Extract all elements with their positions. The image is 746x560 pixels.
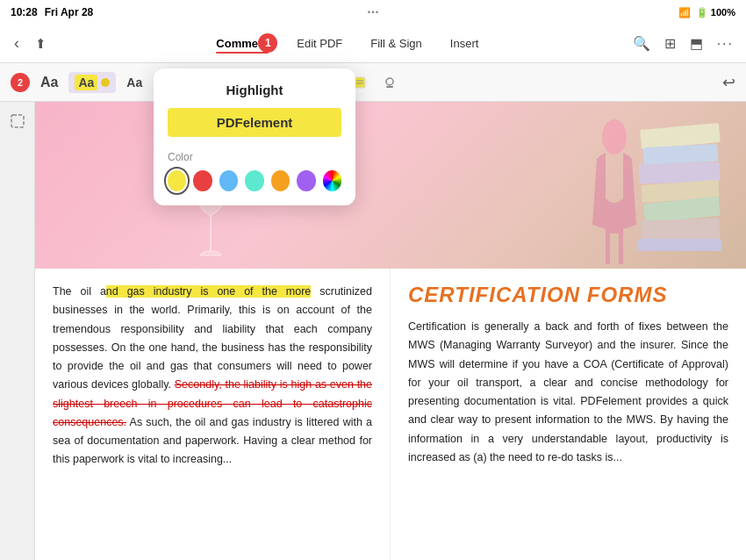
color-swatches bbox=[168, 170, 341, 191]
highlighted-text-1: nd gas industry is one of the more bbox=[106, 285, 311, 298]
person-silhouette bbox=[588, 119, 641, 269]
text-tool-1[interactable]: Aa bbox=[35, 71, 63, 94]
svg-rect-5 bbox=[355, 77, 365, 88]
swatch-purple[interactable] bbox=[297, 170, 315, 191]
content-left: The oil and gas industry is one of the m… bbox=[35, 269, 391, 560]
popup-preview-text: PDFelement bbox=[168, 108, 341, 137]
popup-title: Highlight bbox=[168, 83, 341, 97]
tab-insert-label: Insert bbox=[450, 37, 479, 50]
swatch-blue[interactable] bbox=[219, 170, 238, 191]
highlight-color-dot bbox=[101, 78, 110, 87]
status-day: Fri Apr 28 bbox=[45, 6, 94, 18]
tab-fill-sign-label: Fill & Sign bbox=[370, 37, 422, 50]
main-toolbar: ‹ ⬆ Comment 1 Edit PDF Fill & Sign Inser… bbox=[0, 25, 746, 63]
svg-rect-10 bbox=[11, 115, 24, 127]
status-time: 10:28 bbox=[11, 6, 38, 18]
tab-comment[interactable]: Comment 1 bbox=[202, 32, 283, 55]
page-tools bbox=[0, 102, 35, 560]
body-text-left: The oil and gas industry is one of the m… bbox=[53, 283, 372, 470]
content-area: The oil and gas industry is one of the m… bbox=[35, 269, 746, 560]
battery-icon: 🔋 100% bbox=[696, 7, 735, 18]
hero-image bbox=[35, 102, 746, 269]
wifi-icon: 📶 bbox=[678, 7, 691, 18]
comment-toolbar: 2 Aa Aa Aa Aa Aa bbox=[0, 63, 746, 102]
comment-badge: 1 bbox=[258, 33, 277, 53]
selection-tool[interactable] bbox=[5, 109, 30, 133]
text-tool-2[interactable]: Aa bbox=[121, 72, 147, 93]
certification-forms-title: CERTIFICATION FORMS bbox=[408, 283, 728, 307]
swatch-rainbow[interactable] bbox=[323, 170, 341, 191]
tab-insert[interactable]: Insert bbox=[436, 32, 493, 55]
stamp-tool[interactable] bbox=[377, 70, 402, 95]
step-2-badge: 2 bbox=[11, 73, 30, 92]
swatch-red[interactable] bbox=[193, 170, 212, 191]
tab-edit-pdf-label: Edit PDF bbox=[297, 37, 342, 50]
back-button[interactable]: ‹ bbox=[9, 31, 25, 56]
share-button[interactable]: ⬆ bbox=[30, 32, 52, 55]
more-options-button[interactable]: ··· bbox=[714, 32, 737, 55]
content-right: CERTIFICATION FORMS Certification is gen… bbox=[391, 269, 746, 560]
tab-fill-sign[interactable]: Fill & Sign bbox=[356, 32, 436, 55]
highlight-tool-button[interactable]: Aa bbox=[68, 72, 116, 93]
tab-edit-pdf[interactable]: Edit PDF bbox=[283, 32, 356, 55]
svg-rect-9 bbox=[386, 86, 393, 88]
pdf-page: The oil and gas industry is one of the m… bbox=[35, 102, 746, 560]
status-bar: 10:28 Fri Apr 28 ··· 📶 🔋 100% bbox=[0, 0, 746, 25]
undo-button[interactable]: ↩ bbox=[722, 73, 735, 92]
search-button[interactable]: 🔍 bbox=[629, 32, 654, 55]
svg-point-8 bbox=[386, 78, 393, 85]
svg-point-11 bbox=[602, 119, 627, 154]
top-dots: ··· bbox=[367, 4, 378, 20]
color-label: Color bbox=[168, 151, 341, 163]
swatch-orange[interactable] bbox=[271, 170, 290, 191]
swatch-teal[interactable] bbox=[245, 170, 263, 191]
strikethrough-text: Secondly, the liability is high as even … bbox=[53, 378, 372, 428]
highlight-popup: Highlight PDFelement Color bbox=[154, 68, 355, 205]
body-text-right: Certification is generally a back and fo… bbox=[408, 318, 728, 467]
airplay-button[interactable]: ⬒ bbox=[686, 32, 707, 55]
grid-view-button[interactable]: ⊞ bbox=[661, 32, 679, 55]
document-area: The oil and gas industry is one of the m… bbox=[0, 102, 746, 560]
swatch-yellow[interactable] bbox=[168, 170, 186, 191]
